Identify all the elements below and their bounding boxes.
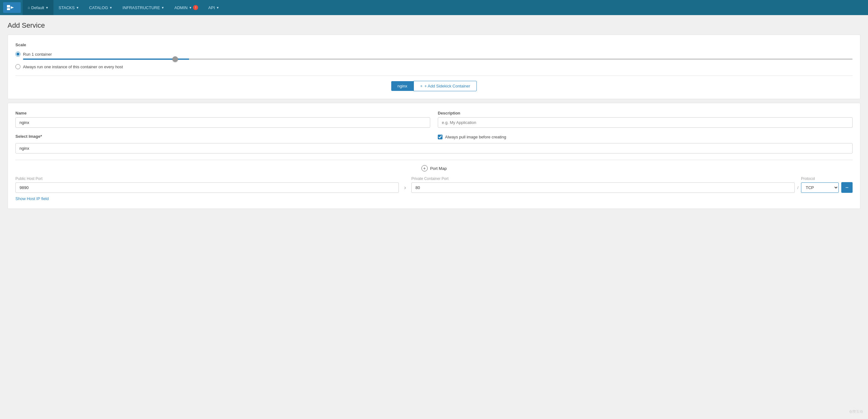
name-input[interactable]: [16, 117, 430, 128]
home-icon: ⌂: [28, 5, 30, 10]
add-sidekick-button[interactable]: + + Add Sidekick Container: [413, 81, 477, 91]
radio-run1-label: Run 1 container: [23, 52, 52, 57]
logo[interactable]: [3, 2, 21, 13]
image-label: Select Image*: [16, 134, 430, 139]
always-pull-text: Always pull image before creating: [445, 134, 506, 139]
chevron-icon: ▼: [161, 6, 164, 9]
chevron-icon: ▼: [216, 6, 219, 9]
plus-icon: +: [420, 84, 423, 88]
col-private-label: Private Container Port: [411, 177, 795, 181]
arrow-icon: ›: [404, 184, 406, 191]
delete-port-button[interactable]: −: [841, 182, 852, 193]
nav-item-default[interactable]: ⌂ Default ▼: [23, 0, 54, 15]
description-input[interactable]: [438, 117, 852, 128]
port-map-label: Port Map: [430, 166, 447, 171]
scale-slider[interactable]: [23, 59, 852, 60]
name-label: Name: [16, 111, 430, 115]
chevron-icon: ▼: [76, 6, 79, 9]
nav-item-api[interactable]: API ▼: [203, 0, 224, 15]
col-protocol-label: Protocol: [801, 177, 839, 181]
port-map-plus-icon: +: [422, 165, 428, 172]
always-pull-checkbox-label[interactable]: Always pull image before creating: [438, 134, 506, 139]
nav-item-catalog[interactable]: CATALOG ▼: [84, 0, 117, 15]
form-card: Name Description Select Image* Always pu…: [7, 103, 861, 209]
slider-thumb: [172, 56, 178, 62]
scale-card: Scale Run 1 container Always run one ins…: [7, 35, 861, 99]
radio-run1[interactable]: Run 1 container: [16, 52, 852, 57]
slash-separator: /: [797, 185, 799, 190]
chevron-icon: ▼: [189, 6, 192, 9]
chevron-icon: ▼: [45, 6, 49, 9]
page-title: Add Service: [7, 21, 861, 30]
radio-always-label: Always run one instance of this containe…: [23, 64, 123, 69]
private-port-input[interactable]: [411, 182, 795, 193]
col-public-label: Public Host Port: [16, 177, 399, 181]
description-label: Description: [438, 111, 852, 115]
chevron-icon: ▼: [110, 6, 113, 9]
admin-badge: !: [193, 5, 198, 10]
protocol-select[interactable]: TCP UDP: [801, 182, 839, 193]
port-map-header[interactable]: + Port Map: [16, 160, 852, 172]
radio-always[interactable]: Always run one instance of this containe…: [16, 64, 852, 69]
svg-rect-2: [7, 8, 10, 10]
navbar: ⌂ Default ▼ STACKS ▼ CATALOG ▼ INFRASTRU…: [0, 0, 868, 15]
svg-rect-1: [7, 5, 10, 7]
radio-always-input[interactable]: [16, 64, 21, 69]
always-pull-checkbox[interactable]: [438, 134, 442, 139]
image-input[interactable]: [16, 143, 852, 153]
scale-label: Scale: [16, 42, 852, 47]
public-port-input[interactable]: [16, 182, 399, 193]
nav-item-admin[interactable]: ADMIN ▼ !: [169, 0, 204, 15]
show-host-ip-link[interactable]: Show Host IP field: [16, 196, 49, 201]
nav-item-stacks[interactable]: STACKS ▼: [54, 0, 84, 15]
nav-item-infrastructure[interactable]: INFRASTRUCTURE ▼: [117, 0, 169, 15]
tab-bar: nginx + + Add Sidekick Container: [16, 76, 852, 91]
port-row: › / TCP UDP −: [16, 182, 852, 193]
logo-icon: [6, 4, 18, 11]
tab-nginx[interactable]: nginx: [391, 81, 413, 91]
radio-run1-input[interactable]: [16, 52, 21, 57]
